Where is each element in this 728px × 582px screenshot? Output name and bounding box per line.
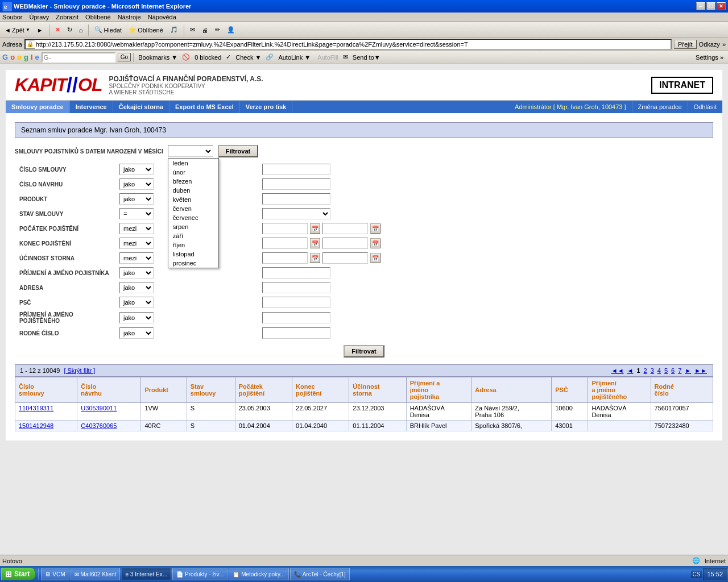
month-duben[interactable]: duben (168, 186, 218, 195)
ucinnost-from-input[interactable] (262, 252, 308, 264)
filter-bottom-button[interactable]: Filtrovat (344, 345, 384, 357)
autofill-button[interactable]: AutoFill (315, 53, 341, 62)
month-zari[interactable]: září (168, 231, 218, 240)
pocatek-to-input[interactable] (322, 223, 368, 234)
hide-filter-link[interactable]: [ Skrýt filtr ] (64, 367, 95, 374)
month-brezen[interactable]: březen (168, 177, 218, 186)
menu-oblibene[interactable]: Oblíbené (85, 14, 111, 20)
adresa-operator[interactable]: jako= (119, 282, 154, 293)
month-listopad[interactable]: listopad (168, 250, 218, 259)
check-button[interactable]: Check ▼ (233, 53, 263, 62)
go-button[interactable]: Přejít (674, 40, 697, 49)
page-3[interactable]: 3 (650, 367, 655, 374)
psc-operator[interactable]: jako= (119, 297, 154, 308)
adresa-input[interactable] (262, 282, 330, 293)
filter-top-button[interactable]: Filtrovat (218, 145, 258, 157)
konec-operator[interactable]: mezi= (119, 238, 154, 249)
row2-cislo-navrhu[interactable]: C403760065 (81, 422, 117, 429)
messenger-button[interactable]: 👤 (225, 25, 237, 35)
tab-verze-tisk[interactable]: Verze pro tisk (240, 101, 293, 113)
ucinnost-to-input[interactable] (322, 252, 368, 264)
home-button[interactable]: ⌂ (77, 26, 85, 35)
month-srpen[interactable]: srpen (168, 222, 218, 231)
forward-button[interactable]: ► (35, 26, 46, 35)
menu-zobrazit[interactable]: Zobrazit (56, 14, 78, 20)
minimize-button[interactable]: ─ (696, 2, 705, 10)
google-search-input[interactable] (42, 52, 115, 63)
month-kveten[interactable]: květen (168, 195, 218, 204)
cislo-smlouvy-input[interactable] (262, 164, 330, 175)
search-button[interactable]: 🔍 Hledat (92, 25, 124, 35)
page-6[interactable]: 6 (670, 367, 676, 374)
media-button[interactable]: 🎵 (168, 25, 180, 35)
blocked-button[interactable]: 0 blocked (192, 53, 224, 62)
tab-intervence[interactable]: Intervence (70, 101, 113, 113)
ucinnost-to-calendar[interactable]: 📅 (370, 253, 380, 263)
psc-input[interactable] (262, 297, 330, 308)
favorites-button[interactable]: ⭐ Oblíbené (126, 25, 166, 35)
month-cerven[interactable]: červen (168, 204, 218, 213)
bookmarks-button[interactable]: Bookmarks ▼ (136, 53, 180, 62)
stop-button[interactable]: ✕ (53, 25, 63, 35)
konec-to-input[interactable] (322, 238, 368, 249)
refresh-button[interactable]: ↻ (65, 25, 75, 35)
address-input[interactable] (35, 40, 671, 49)
month-select[interactable]: leden únor březen duben květen červen če… (168, 146, 213, 157)
prev-prev-link[interactable]: ◄◄ (610, 367, 625, 374)
next-next-link[interactable]: ►► (693, 367, 708, 374)
pocatek-operator[interactable]: mezi= (119, 223, 154, 234)
konec-from-calendar[interactable]: 📅 (310, 238, 320, 248)
stav-operator[interactable]: =!= (119, 208, 154, 219)
page-5[interactable]: 5 (663, 367, 669, 374)
row1-cislo-smlouvy[interactable]: 1104319311 (19, 405, 53, 411)
konec-from-input[interactable] (262, 238, 308, 249)
month-cervenec[interactable]: červenec (168, 213, 218, 222)
pojisteny-input[interactable] (262, 312, 330, 323)
ucinnost-from-calendar[interactable]: 📅 (310, 253, 320, 263)
month-unor[interactable]: únor (168, 168, 218, 177)
produkt-input[interactable] (262, 193, 330, 205)
send-to-button[interactable]: Send to▼ (350, 53, 383, 62)
autolink-button[interactable]: AutoLink ▼ (276, 53, 313, 62)
maximize-button[interactable]: □ (706, 2, 715, 10)
pojistnik-operator[interactable]: jako= (119, 267, 154, 278)
month-rijen[interactable]: říjen (168, 240, 218, 250)
menu-upravy[interactable]: Úpravy (29, 14, 49, 20)
cislo-smlouvy-operator[interactable]: jako=!= (119, 164, 154, 175)
ucinnost-operator[interactable]: mezi= (119, 252, 154, 264)
back-button[interactable]: ◄ Zpět ▼ (2, 26, 32, 35)
odhlasit-button[interactable]: Odhlásit (688, 101, 722, 113)
page-2[interactable]: 2 (643, 367, 648, 374)
google-go-button[interactable]: Go (118, 53, 131, 61)
settings-button[interactable]: Settings » (693, 53, 726, 62)
pocatek-to-calendar[interactable]: 📅 (370, 223, 380, 234)
rodne-cislo-input[interactable] (262, 327, 330, 339)
rodne-cislo-operator[interactable]: jako= (119, 327, 154, 339)
mail-button[interactable]: ✉ (188, 25, 197, 35)
cislo-navrhu-operator[interactable]: jako= (119, 178, 154, 190)
pojisteny-operator[interactable]: jako= (119, 312, 154, 323)
tab-smlouvy-poradce[interactable]: Smlouvy poradce (6, 101, 70, 113)
close-button[interactable]: ✕ (717, 2, 726, 10)
pocatek-from-input[interactable] (262, 223, 308, 234)
month-prosinec[interactable]: prosinec (168, 259, 218, 268)
next-link[interactable]: ► (684, 367, 692, 374)
produkt-operator[interactable]: jako= (119, 193, 154, 205)
menu-nastroje[interactable]: Nástroje (118, 14, 141, 20)
pocatek-from-calendar[interactable]: 📅 (310, 223, 320, 234)
tab-cekajici-storna[interactable]: Čekající storna (113, 101, 169, 113)
konec-to-calendar[interactable]: 📅 (370, 238, 380, 248)
zmena-poradce-button[interactable]: Změna poradce (632, 101, 688, 113)
month-leden[interactable]: leden (168, 159, 218, 168)
print-button[interactable]: 🖨 (200, 26, 210, 35)
page-7[interactable]: 7 (677, 367, 682, 374)
window-controls[interactable]: ─ □ ✕ (696, 2, 726, 10)
prev-link[interactable]: ◄ (626, 367, 635, 374)
edit-button[interactable]: ✏ (213, 25, 222, 35)
menu-napoveda[interactable]: Nápověda (148, 14, 176, 20)
row1-cislo-navrhu[interactable]: U305390011 (81, 405, 117, 411)
row2-cislo-smlouvy[interactable]: 1501412948 (19, 422, 53, 429)
page-4[interactable]: 4 (656, 367, 662, 374)
tab-export-excel[interactable]: Export do MS Excel (169, 101, 240, 113)
cislo-navrhu-input[interactable] (262, 178, 330, 190)
